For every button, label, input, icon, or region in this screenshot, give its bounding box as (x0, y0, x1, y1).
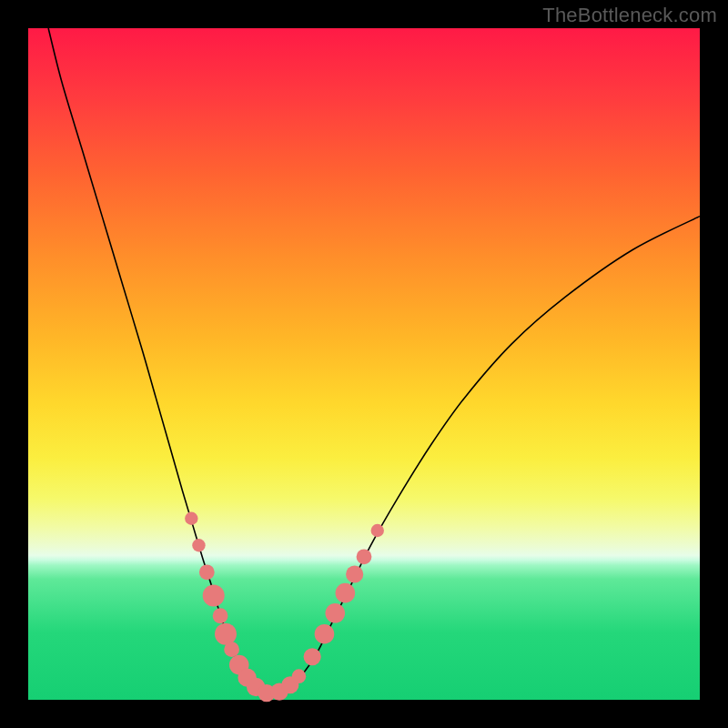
highlighted-point (185, 512, 197, 525)
highlighted-point (215, 623, 237, 645)
highlighted-point (357, 549, 372, 564)
highlighted-point (346, 565, 363, 582)
highlighted-point (325, 603, 345, 623)
highlighted-point (315, 624, 335, 644)
chart-stage: TheBottleneck.com (0, 0, 728, 728)
highlighted-point (336, 583, 356, 603)
highlighted-point (192, 539, 205, 551)
highlighted-point (371, 524, 384, 537)
highlighted-point (203, 585, 225, 607)
chart-svg (28, 28, 700, 700)
bottleneck-curve-line (48, 28, 700, 694)
highlighted-points-group (185, 512, 384, 703)
highlighted-point (304, 648, 321, 665)
highlighted-point (224, 642, 239, 657)
highlighted-point (199, 564, 215, 580)
highlighted-point (292, 669, 307, 683)
highlighted-point (213, 608, 228, 623)
watermark-text: TheBottleneck.com (542, 4, 717, 27)
